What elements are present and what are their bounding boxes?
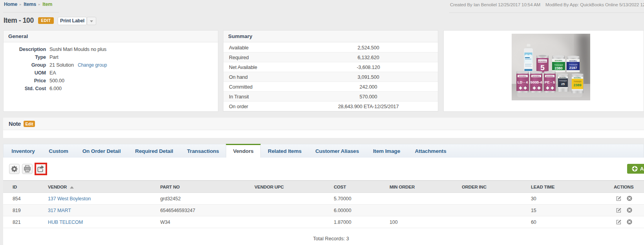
svg-text:2389: 2389 — [573, 83, 581, 87]
svg-text:DICHOROL: DICHOROL — [555, 60, 563, 62]
svg-text:500B-4: 500B-4 — [531, 80, 542, 84]
svg-text:DICHOROL: DICHOROL — [538, 60, 547, 62]
svg-text:DICHOROL: DICHOROL — [569, 60, 577, 62]
svg-text:DICHOROL: DICHOROL — [519, 76, 527, 77]
svg-text:PE - 5: PE - 5 — [545, 80, 555, 84]
svg-text:DICHOROL: DICHOROL — [559, 77, 566, 78]
svg-text:THINNER: THINNER — [574, 81, 582, 83]
svg-text:2380: 2380 — [554, 66, 562, 70]
svg-text:25: 25 — [561, 82, 565, 86]
svg-text:THINNER: THINNER — [559, 80, 567, 82]
svg-text:DICHOROL: DICHOROL — [546, 76, 554, 77]
svg-text:DICHOROL: DICHOROL — [574, 77, 581, 79]
svg-text:DICHOROL: DICHOROL — [532, 76, 540, 77]
svg-text:2197: 2197 — [569, 66, 577, 70]
svg-text:LD - 4: LD - 4 — [518, 80, 528, 84]
svg-text:5: 5 — [540, 64, 545, 72]
